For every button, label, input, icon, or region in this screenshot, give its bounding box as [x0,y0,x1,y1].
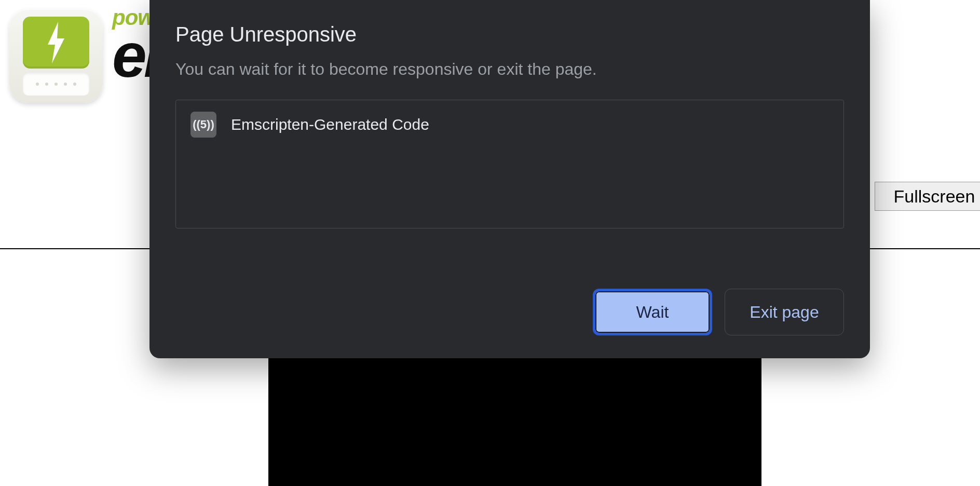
page-background: powered by em Fullscreen Page Unresponsi… [0,0,980,486]
list-item-label: Emscripten-Generated Code [231,116,429,133]
page-favicon-icon: ((5)) [190,112,216,138]
list-item: ((5)) Emscripten-Generated Code [190,112,829,138]
dialog-title: Page Unresponsive [175,23,844,46]
fullscreen-button[interactable]: Fullscreen [875,182,980,211]
bolt-icon [23,17,89,69]
wait-button-label: Wait [636,303,669,322]
unresponsive-dialog: Page Unresponsive You can wait for it to… [149,0,870,358]
exit-page-button-label: Exit page [750,303,819,322]
wait-button[interactable]: Wait [593,289,712,335]
emscripten-logo [9,9,103,103]
dialog-button-row: Wait Exit page [175,268,844,335]
favicon-glyph: ((5)) [193,118,214,131]
exit-page-button[interactable]: Exit page [725,289,844,335]
fullscreen-label: Fullscreen [894,186,975,207]
unresponsive-pages-list: ((5)) Emscripten-Generated Code [175,100,844,228]
logo-dots [23,73,89,96]
dialog-subtitle: You can wait for it to become responsive… [175,60,844,79]
